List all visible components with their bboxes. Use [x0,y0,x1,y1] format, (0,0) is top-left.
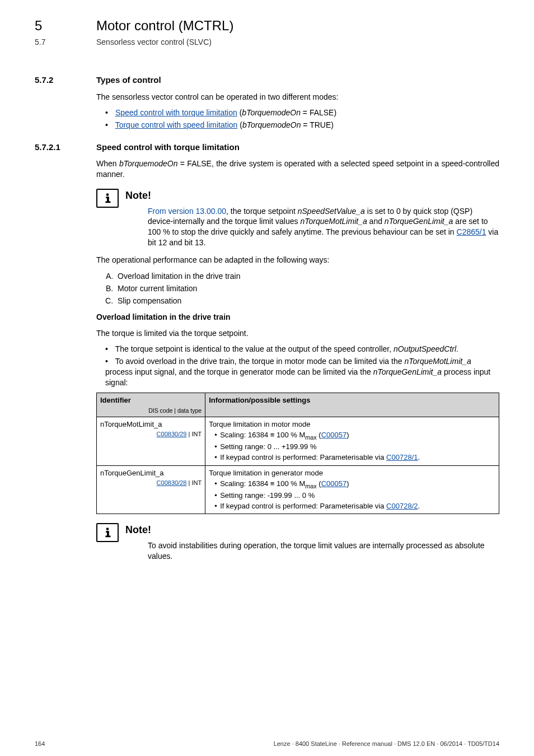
list-item: Scaling: 16384 ≡ 100 % Mmax (C00057) [214,479,495,490]
list-item: Torque control with speed limitation (bT… [105,120,499,130]
link-code[interactable]: C00057 [321,431,347,439]
info-icon [96,523,119,542]
page-number: 164 [35,740,45,748]
identifier-name: nTorqueGenLimit_a [100,469,163,477]
info-lead: Torque limitation in motor mode [209,419,495,430]
text-ital: nTorqueGenLimit_a [385,217,453,226]
link-code[interactable]: C00728/1 [386,453,418,461]
list-item: Setting range: -199.99 ... 0 % [214,491,495,501]
list-item: If keypad control is performed: Paramete… [214,452,495,463]
text: = TRUE) [301,120,333,129]
note-block-2: Note! To avoid instabilities during oper… [96,523,499,561]
subscript: max [305,483,316,489]
list-item: Motor current limitation [115,283,499,294]
link-torque-control[interactable]: Torque control with speed limitation [115,120,238,129]
text-highlight: From version 13.00.00 [148,207,226,216]
link-code[interactable]: C00057 [321,479,347,488]
cell-info: Torque limitation in generator modeScali… [205,465,499,514]
cell-identifier: nTorqueMotLimit_aC00830/29 | INT [97,417,205,465]
text: When [96,159,119,168]
th-info: Information/possible settings [205,393,499,417]
list-item: The torque setpoint is identical to the … [105,344,499,354]
heading-5721-num: 5.7.2.1 [35,142,96,153]
table-row: nTorqueMotLimit_aC00830/29 | INTTorque l… [97,417,499,465]
note-title: Note! [125,523,499,536]
text-ital: nTorqueMotLimit_a [300,217,367,226]
subscript: max [305,434,316,441]
heading-overload: Overload limitation in the drive train [96,312,499,323]
heading-5721-title: Speed control with torque limitation [96,142,240,153]
link-code[interactable]: C00830/28 [157,479,187,486]
link-code[interactable]: C00830/29 [157,431,187,437]
text-ital: nSpeedSetValue_a [298,207,365,216]
section-title: Sensorless vector control (SLVC) [96,37,212,48]
text: , the torque setpoint [226,207,298,216]
text-dis: DIS code | data type [100,407,202,414]
list-572-modes: Speed control with torque limitation (bT… [105,108,499,130]
list-item: Setting range: 0 ... +199.99 % [214,442,495,452]
note-text: To avoid instabilities during operation,… [125,540,499,562]
heading-572-num: 5.7.2 [35,74,96,86]
section-number: 5.7 [35,37,96,48]
heading-572-title: Types of control [96,74,161,86]
list-item: Overload limitation in the drive train [115,271,499,282]
list-item: To avoid overload in the drive train, th… [105,356,499,388]
list-item: Slip compensation [115,296,499,306]
note-title: Note! [125,189,499,202]
cell-info: Torque limitation in motor modeScaling: … [205,417,499,465]
identifier-name: nTorqueMotLimit_a [100,420,162,428]
svg-point-0 [106,193,109,196]
page-footer: 164 Lenze · 8400 StateLine · Reference m… [35,740,499,748]
link-code[interactable]: C00728/2 [386,502,418,510]
table-torque-limits: Identifier DIS code | data type Informat… [96,393,499,514]
footer-text: Lenze · 8400 StateLine · Reference manua… [274,740,499,748]
info-list: Scaling: 16384 ≡ 100 % Mmax (C00057)Sett… [209,479,495,511]
text-ital: bTorquemodeOn [242,120,301,129]
link-speed-control[interactable]: Speed control with torque limitation [115,108,237,117]
list-item: Speed control with torque limitation (bT… [105,108,499,118]
text-ital: bTorquemodeOn [242,108,301,117]
para-572-intro: The sensorless vector control can be ope… [96,92,499,102]
svg-rect-3 [105,202,110,203]
text: = FALSE) [301,108,336,117]
identifier-code: C00830/28 | INT [100,479,202,487]
svg-rect-7 [105,536,110,538]
text: process input signal, and the torque in … [105,367,373,376]
chapter-number: 5 [35,17,96,35]
text: and [367,217,385,226]
th-identifier: Identifier DIS code | data type [97,393,205,417]
text: The torque setpoint is identical to the … [115,344,394,353]
table-header-row: Identifier DIS code | data type Informat… [97,393,499,417]
info-lead: Torque limitation in generator mode [209,468,495,478]
text: Identifier [100,396,131,404]
heading-5721: 5.7.2.1 Speed control with torque limita… [35,142,499,153]
para-perf-intro: The operational performance can be adapt… [96,255,499,265]
link-c2865-1[interactable]: C2865/1 [457,227,486,236]
note-text: From version 13.00.00, the torque setpoi… [125,206,499,249]
text-ital: nOutputSpeedCtrl [394,344,456,353]
text-ital: bTorquemodeOn [119,159,178,168]
divider-dashes: _ _ _ _ _ _ _ _ _ _ _ _ _ _ _ _ _ _ _ _ … [35,53,499,61]
para-5721-1: When bTorquemodeOn = FALSE, the drive sy… [96,158,499,180]
cell-identifier: nTorqueGenLimit_aC00830/28 | INT [97,465,205,514]
text: ( [237,120,242,129]
text: To avoid overload in the drive train, th… [115,357,405,366]
section-header: 5.7 Sensorless vector control (SLVC) [35,37,499,48]
svg-point-4 [106,528,109,531]
chapter-title: Motor control (MCTRL) [96,17,233,35]
list-item: If keypad control is performed: Paramete… [214,501,495,511]
text: . [456,344,458,353]
identifier-code: C00830/29 | INT [100,430,202,438]
list-performance: Overload limitation in the drive train M… [115,271,499,306]
heading-572: 5.7.2 Types of control [35,74,499,86]
table-row: nTorqueGenLimit_aC00830/28 | INTTorque l… [97,465,499,514]
info-list: Scaling: 16384 ≡ 100 % Mmax (C00057)Sett… [209,430,495,462]
note-block-1: Note! From version 13.00.00, the torque … [96,189,499,248]
list-item: Scaling: 16384 ≡ 100 % Mmax (C00057) [214,430,495,441]
para-overload-1: The torque is limited via the torque set… [96,328,499,339]
info-icon [96,189,119,208]
list-overload: The torque setpoint is identical to the … [105,344,499,388]
chapter-header: 5 Motor control (MCTRL) [35,17,499,35]
text-ital: nTorqueGenLimit_a [373,367,442,376]
text-ital: nTorqueMotLimit_a [404,357,471,366]
